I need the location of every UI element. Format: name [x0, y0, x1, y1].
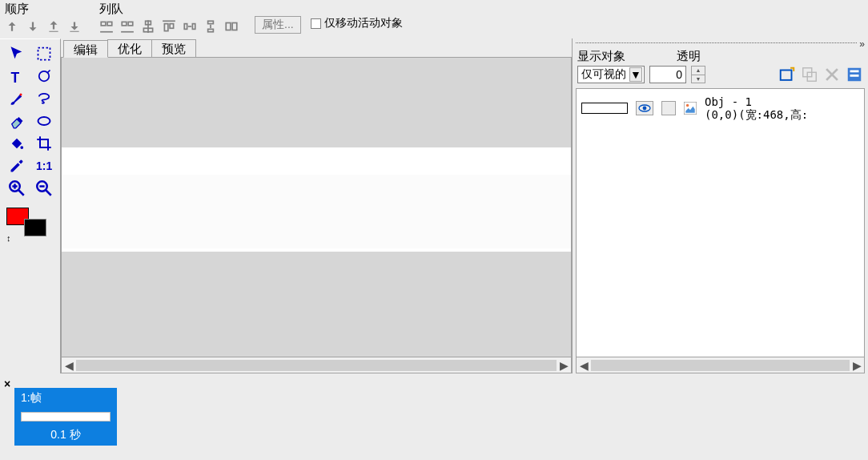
- delete-object-icon[interactable]: [823, 66, 841, 83]
- svg-rect-41: [850, 75, 859, 77]
- ellipse-tool-icon[interactable]: [36, 113, 52, 129]
- bucket-tool-icon[interactable]: [9, 135, 25, 151]
- checkbox-icon: [311, 18, 321, 29]
- frames-panel: × 1:帧 0.1 秒: [0, 377, 868, 460]
- text-tool-icon[interactable]: T: [9, 68, 25, 84]
- svg-rect-3: [122, 22, 127, 26]
- frame-thumbnail[interactable]: 1:帧 0.1 秒: [14, 388, 117, 446]
- transparency-spinner[interactable]: ▲▼: [691, 66, 705, 83]
- canvas-panel: 编辑 优化 预览 ◀ ▶: [61, 38, 572, 373]
- objects-hscrollbar[interactable]: ◀ ▶: [576, 357, 865, 373]
- object-properties-icon[interactable]: [846, 66, 863, 83]
- send-back-icon[interactable]: [66, 18, 83, 35]
- svg-point-24: [38, 117, 50, 125]
- object-lock-icon[interactable]: [661, 101, 676, 115]
- new-object-icon[interactable]: [778, 66, 796, 83]
- svg-rect-34: [781, 71, 792, 80]
- panel-gripper[interactable]: »: [576, 39, 865, 47]
- close-panel-icon[interactable]: ×: [2, 378, 13, 389]
- svg-rect-12: [184, 24, 187, 30]
- svg-point-25: [20, 146, 23, 149]
- queue-group: 列队: [98, 2, 240, 35]
- order-group: 顺序: [3, 2, 83, 35]
- svg-rect-10: [164, 24, 168, 31]
- tab-strip: 编辑 优化 预览: [61, 38, 572, 58]
- svg-rect-20: [38, 48, 50, 60]
- svg-rect-1: [107, 22, 112, 26]
- canvas-area[interactable]: [61, 58, 572, 357]
- scroll-left-icon[interactable]: ◀: [62, 358, 76, 373]
- objects-panel: » 显示对象 透明 仅可视的 ▼ 0 ▲▼ Ob: [572, 38, 868, 373]
- svg-point-43: [643, 107, 647, 111]
- frame-title: 1:帧: [18, 391, 42, 406]
- scroll-track[interactable]: [76, 360, 557, 371]
- align-center-h-icon[interactable]: [139, 18, 157, 35]
- arrow-down-icon[interactable]: [24, 18, 42, 35]
- visibility-select-value: 仅可视的: [581, 67, 626, 82]
- align-top-icon[interactable]: [160, 18, 178, 35]
- transparency-label: 透明: [677, 49, 701, 64]
- tab-preview[interactable]: 预览: [151, 39, 196, 57]
- brush-tool-icon[interactable]: [9, 91, 25, 107]
- arrow-up-icon[interactable]: [3, 18, 21, 35]
- svg-rect-40: [850, 71, 859, 73]
- svg-text:T: T: [10, 70, 19, 85]
- canvas-hscrollbar[interactable]: ◀ ▶: [61, 357, 572, 373]
- actual-size-tool-icon[interactable]: 1:1: [36, 158, 52, 174]
- scroll-right-icon[interactable]: ▶: [850, 358, 864, 373]
- svg-rect-11: [170, 24, 174, 29]
- svg-line-28: [18, 191, 23, 196]
- tab-optimize[interactable]: 优化: [107, 39, 152, 57]
- properties-button[interactable]: 属性...: [255, 16, 301, 34]
- visibility-toggle-icon[interactable]: [636, 101, 653, 115]
- bring-front-icon[interactable]: [45, 18, 62, 35]
- duplicate-object-icon[interactable]: [801, 66, 818, 83]
- distribute-h-icon[interactable]: [181, 18, 199, 35]
- image-type-icon: [684, 102, 697, 115]
- visibility-select[interactable]: 仅可视的 ▼: [577, 66, 645, 83]
- svg-rect-19: [232, 23, 237, 30]
- distribute-v-icon[interactable]: [202, 18, 219, 35]
- move-active-only-label: 仅移动活动对象: [324, 16, 403, 30]
- order-group-label: 顺序: [3, 2, 83, 17]
- svg-point-23: [19, 94, 22, 96]
- eyedropper-tool-icon[interactable]: [9, 158, 25, 174]
- zoom-out-tool-icon[interactable]: [36, 180, 52, 196]
- object-row[interactable]: Obj - 1 (0,0)(宽:468,高:: [577, 89, 864, 127]
- svg-point-45: [686, 104, 689, 107]
- svg-rect-13: [192, 24, 195, 30]
- scroll-right-icon[interactable]: ▶: [557, 358, 571, 373]
- svg-line-32: [46, 191, 50, 196]
- transparency-input[interactable]: 0: [649, 66, 686, 83]
- color-swatches[interactable]: ↕: [6, 208, 54, 243]
- align-left-icon[interactable]: [98, 18, 115, 35]
- queue-group-label: 列队: [98, 2, 240, 17]
- same-size-icon[interactable]: [223, 18, 240, 35]
- scroll-left-icon[interactable]: ◀: [577, 358, 591, 373]
- chevron-down-icon: ▼: [629, 67, 642, 82]
- svg-text:1:1: 1:1: [36, 159, 52, 172]
- object-name: Obj - 1: [705, 95, 808, 108]
- zoom-in-tool-icon[interactable]: [9, 180, 25, 196]
- wand-circle-tool-icon[interactable]: [36, 68, 52, 84]
- scroll-track[interactable]: [591, 360, 850, 371]
- pointer-tool-icon[interactable]: [9, 46, 25, 62]
- tab-edit[interactable]: 编辑: [63, 40, 108, 58]
- align-right-icon[interactable]: [119, 18, 136, 35]
- frame-duration: 0.1 秒: [50, 428, 80, 442]
- crop-tool-icon[interactable]: [36, 135, 52, 151]
- svg-rect-16: [208, 29, 214, 31]
- lasso-tool-icon[interactable]: [36, 91, 52, 107]
- swap-colors-icon[interactable]: ↕: [6, 233, 11, 243]
- eraser-tool-icon[interactable]: [9, 113, 25, 129]
- svg-rect-15: [208, 21, 214, 23]
- background-color-swatch[interactable]: [24, 219, 46, 236]
- object-coords: (0,0)(宽:468,高:: [705, 108, 808, 121]
- object-thumbnail: [581, 103, 628, 114]
- move-active-only-checkbox[interactable]: 仅移动活动对象: [311, 16, 403, 30]
- object-list: Obj - 1 (0,0)(宽:468,高:: [576, 88, 865, 357]
- svg-rect-4: [128, 22, 133, 26]
- marquee-tool-icon[interactable]: [36, 46, 52, 62]
- canvas-content-band: [62, 175, 571, 248]
- svg-rect-18: [226, 23, 231, 30]
